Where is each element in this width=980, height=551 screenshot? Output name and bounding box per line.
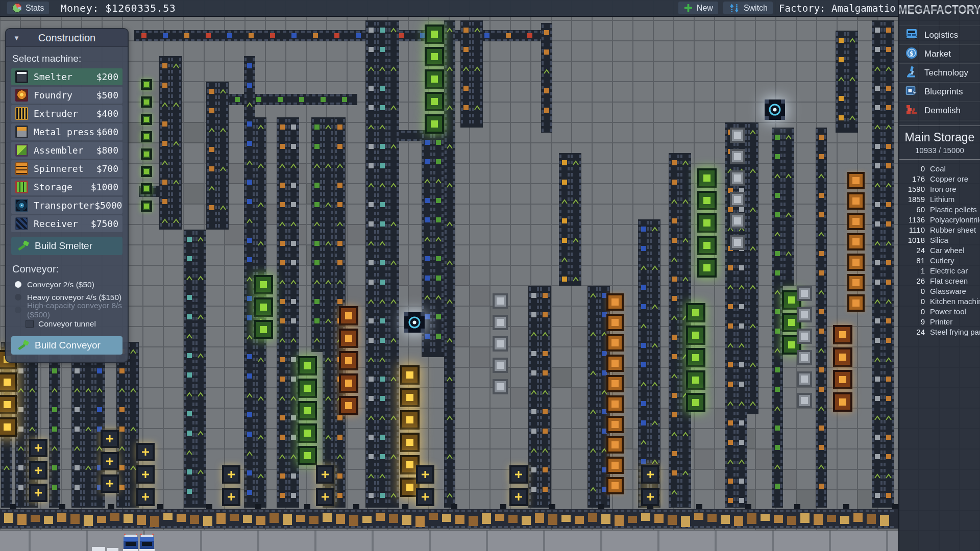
storage-item-count: 0: [899, 287, 925, 295]
factory-map[interactable]: [0, 0, 980, 551]
storage-item-count: 1018: [899, 236, 925, 244]
conveyor-tunnel-option[interactable]: Conveyor tunnel: [26, 318, 122, 330]
sidebar-menu: Logistics$MarketTechnologyBlueprintsDemo…: [899, 26, 980, 120]
storage-item-name: Flat screen: [930, 277, 968, 285]
truck-icon: [905, 28, 918, 43]
storage-item-steel-frying-pan: 24Steel frying pan: [899, 327, 980, 337]
spinneret-icon: [15, 162, 28, 175]
machine-name: Receiver: [34, 218, 91, 229]
machine-name: Foundry: [34, 90, 96, 101]
machine-price: $400: [96, 108, 118, 119]
radio-icon[interactable]: [15, 294, 21, 300]
storage-item-name: Copper ore: [930, 174, 968, 183]
microscope-icon: [905, 65, 918, 81]
storage-item-count: 0: [899, 164, 925, 173]
conveyor-tunnel-label: Conveyor tunnel: [38, 319, 96, 329]
machine-name: Transporter: [34, 200, 94, 211]
machine-row-spinneret[interactable]: Spinneret$700: [11, 160, 122, 177]
storage-list: 0Coal176Copper ore1590Iron ore1859Lithiu…: [899, 163, 980, 337]
build-conveyor-button[interactable]: Build Conveyor: [11, 336, 122, 355]
main-storage-panel: Main Storage 10933 / 15000 0Coal176Coppe…: [899, 126, 980, 337]
storage-item-name: Plastic pellets: [930, 205, 977, 214]
storage-item-polyacrylonitrile: 1136Polyacrylonitrile: [899, 214, 980, 224]
machine-row-metal-press[interactable]: Metal press$600: [11, 123, 122, 140]
sidebar-item-label: Technology: [924, 68, 968, 78]
storage-item-power-tool: 0Power tool: [899, 306, 980, 316]
build-smelter-button[interactable]: Build Smelter: [11, 237, 122, 255]
machine-price: $700: [96, 163, 118, 174]
machine-row-transporter[interactable]: Transporter$5000: [11, 197, 122, 214]
sidebar-item-label: Demolish: [924, 106, 961, 116]
storage-item-name: Car wheel: [930, 246, 965, 255]
radio-icon: [15, 307, 21, 313]
machine-row-extruder[interactable]: Extruder$400: [11, 105, 122, 122]
storage-item-name: Silica: [930, 236, 948, 244]
storage-item-electric-car: 1Electric car: [899, 265, 980, 276]
storage-icon: [15, 181, 28, 193]
receiver-icon: [15, 217, 28, 230]
conveyor-section-label: Conveyor:: [12, 263, 121, 275]
radio-icon[interactable]: [15, 281, 21, 288]
storage-item-count: 1: [899, 266, 925, 275]
machine-name: Extruder: [34, 108, 96, 119]
select-machine-label: Select machine:: [12, 53, 121, 64]
construction-panel-header[interactable]: ▼ Construction: [6, 29, 128, 47]
storage-item-name: Kitchen machine: [930, 297, 980, 306]
storage-item-count: 24: [899, 328, 925, 336]
machine-price: $7500: [91, 218, 118, 229]
conveyor-option-2: High-capacity conveyor 8/s ($500): [11, 304, 122, 316]
machine-name: Storage: [34, 182, 91, 192]
storage-item-name: Lithium: [930, 195, 954, 204]
stats-button[interactable]: Stats: [7, 2, 49, 14]
machine-row-assembler[interactable]: Assembler$800: [11, 142, 122, 159]
conveyor-option-0[interactable]: Conveyor 2/s ($50): [11, 278, 122, 291]
collapse-triangle-icon[interactable]: ▼: [13, 34, 20, 42]
storage-item-name: Glassware: [930, 287, 966, 295]
plus-icon: [683, 3, 693, 13]
hammer-icon: [17, 240, 30, 252]
machine-name: Spinneret: [34, 163, 96, 174]
checkbox-icon[interactable]: [26, 320, 34, 328]
switch-factory-button[interactable]: Switch: [723, 2, 773, 14]
coin-icon: $: [905, 46, 918, 62]
sidebar-item-technology[interactable]: Technology: [899, 64, 980, 83]
stats-label: Stats: [26, 4, 44, 13]
sidebar-item-market[interactable]: $Market: [899, 45, 980, 64]
machine-list: Smelter$200Foundry$500Extruder$400Metal …: [11, 68, 122, 232]
storage-item-name: Printer: [930, 317, 952, 326]
storage-item-name: Electric car: [930, 266, 968, 275]
new-factory-button[interactable]: New: [678, 2, 718, 14]
machine-row-foundry[interactable]: Foundry$500: [11, 87, 122, 104]
storage-item-count: 1110: [899, 226, 925, 234]
construction-panel-title: Construction: [38, 32, 95, 44]
conveyor-option-label: Conveyor 2/s ($50): [27, 280, 94, 289]
storage-item-rubber-sheet: 1110Rubber sheet: [899, 224, 980, 235]
hammer-icon: [17, 340, 30, 351]
blueprint-icon: [905, 84, 918, 100]
machine-row-smelter[interactable]: Smelter$200: [11, 68, 122, 85]
storage-used: 10933: [915, 146, 937, 155]
metal-press-icon: [15, 126, 28, 138]
sidebar-item-demolish[interactable]: Demolish: [899, 102, 980, 120]
storage-capacity-separator: /: [937, 146, 943, 155]
machine-price: $5000: [94, 200, 122, 211]
assembler-icon: [15, 144, 28, 157]
sidebar-item-label: Logistics: [924, 30, 958, 40]
storage-item-glassware: 0Glassware: [899, 286, 980, 296]
build-conveyor-label: Build Conveyor: [35, 340, 101, 351]
sidebar-item-logistics[interactable]: Logistics: [899, 26, 980, 45]
storage-item-count: 1590: [899, 185, 925, 193]
smelter-icon: [15, 70, 28, 83]
storage-item-name: Rubber sheet: [930, 226, 976, 234]
storage-item-count: 60: [899, 205, 925, 214]
extruder-icon: [15, 107, 28, 120]
storage-item-name: Steel frying pan: [930, 328, 980, 336]
sidebar-item-label: Market: [924, 49, 951, 59]
storage-item-count: 24: [899, 246, 925, 255]
switch-button-label: Switch: [744, 4, 768, 13]
machine-row-receiver[interactable]: Receiver$7500: [11, 215, 122, 232]
machine-row-storage[interactable]: Storage$1000: [11, 179, 122, 195]
sidebar-item-blueprints[interactable]: Blueprints: [899, 83, 980, 102]
storage-item-lithium: 1859Lithium: [899, 194, 980, 204]
new-button-label: New: [697, 4, 713, 13]
